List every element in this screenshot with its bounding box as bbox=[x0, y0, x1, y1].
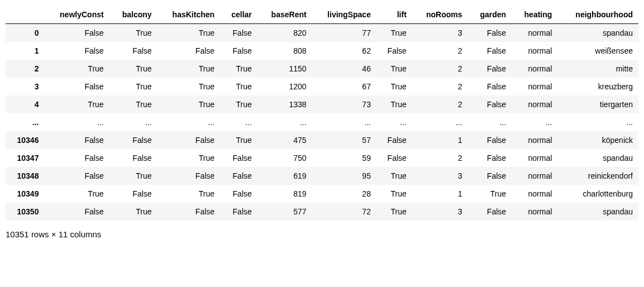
col-header: heating bbox=[512, 6, 557, 24]
table-cell: False bbox=[44, 203, 109, 221]
table-cell: False bbox=[468, 42, 512, 60]
table-cell: charlottenburg bbox=[557, 185, 638, 203]
table-cell: True bbox=[109, 203, 158, 221]
table-cell: 750 bbox=[257, 149, 312, 167]
table-cell: True bbox=[158, 24, 221, 42]
table-cell: False bbox=[109, 131, 158, 149]
table-cell: False bbox=[158, 131, 221, 149]
table-cell: False bbox=[109, 149, 158, 167]
table-cell: normal bbox=[512, 78, 557, 95]
table-cell: False bbox=[158, 42, 221, 60]
table-cell: 1 bbox=[412, 185, 468, 203]
table-cell: normal bbox=[512, 131, 557, 149]
table-cell: 73 bbox=[312, 95, 376, 113]
table-cell: normal bbox=[512, 185, 557, 203]
col-header: baseRent bbox=[257, 6, 312, 24]
table-cell: True bbox=[376, 60, 412, 78]
table-cell: 1200 bbox=[257, 78, 312, 95]
table-cell: True bbox=[109, 95, 158, 113]
table-cell: True bbox=[158, 185, 221, 203]
table-cell: 28 bbox=[312, 185, 376, 203]
table-row: 2TrueTrueTrueTrue115046True2Falsenormalm… bbox=[6, 60, 638, 78]
table-cell: normal bbox=[512, 42, 557, 60]
index-header bbox=[6, 6, 44, 24]
table-cell: False bbox=[44, 78, 109, 95]
table-cell: normal bbox=[512, 60, 557, 78]
table-cell: ... bbox=[158, 113, 221, 131]
table-cell: normal bbox=[512, 95, 557, 113]
table-cell: ... bbox=[468, 113, 512, 131]
table-cell: True bbox=[44, 185, 109, 203]
table-cell: 819 bbox=[257, 185, 312, 203]
table-cell: 59 bbox=[312, 149, 376, 167]
table-cell: False bbox=[220, 149, 257, 167]
table-cell: False bbox=[158, 203, 221, 221]
table-cell: tiergarten bbox=[557, 95, 638, 113]
table-cell: False bbox=[468, 131, 512, 149]
table-cell: ... bbox=[557, 113, 638, 131]
table-cell: 3 bbox=[412, 167, 468, 185]
row-index: 10346 bbox=[6, 131, 44, 149]
table-cell: True bbox=[109, 60, 158, 78]
col-header: balcony bbox=[109, 6, 158, 24]
table-cell: False bbox=[376, 42, 412, 60]
table-cell: 1 bbox=[412, 131, 468, 149]
table-row: 4TrueTrueTrueTrue133873True2Falsenormalt… bbox=[6, 95, 638, 113]
row-index: 10350 bbox=[6, 203, 44, 221]
table-cell: 619 bbox=[257, 167, 312, 185]
table-cell: 2 bbox=[412, 60, 468, 78]
table-cell: spandau bbox=[557, 149, 638, 167]
table-cell: weißensee bbox=[557, 42, 638, 60]
table-cell: False bbox=[158, 167, 221, 185]
table-cell: False bbox=[220, 185, 257, 203]
table-cell: True bbox=[376, 78, 412, 95]
table-cell: spandau bbox=[557, 24, 638, 42]
table-cell: True bbox=[220, 60, 257, 78]
table-cell: False bbox=[376, 131, 412, 149]
table-cell: True bbox=[376, 203, 412, 221]
table-cell: 77 bbox=[312, 24, 376, 42]
table-cell: True bbox=[376, 95, 412, 113]
table-cell: mitte bbox=[557, 60, 638, 78]
table-cell: normal bbox=[512, 167, 557, 185]
table-cell: False bbox=[468, 78, 512, 95]
col-header: lift bbox=[376, 6, 412, 24]
table-cell: ... bbox=[109, 113, 158, 131]
table-cell: 475 bbox=[257, 131, 312, 149]
table-cell: False bbox=[109, 185, 158, 203]
table-cell: 2 bbox=[412, 42, 468, 60]
table-cell: True bbox=[220, 78, 257, 95]
row-index: 4 bbox=[6, 95, 44, 113]
table-cell: 577 bbox=[257, 203, 312, 221]
table-cell: 1150 bbox=[257, 60, 312, 78]
table-cell: 2 bbox=[412, 95, 468, 113]
table-cell: False bbox=[468, 24, 512, 42]
table-cell: normal bbox=[512, 24, 557, 42]
row-index: 0 bbox=[6, 24, 44, 42]
table-cell: True bbox=[158, 78, 221, 95]
table-cell: spandau bbox=[557, 203, 638, 221]
table-cell: False bbox=[44, 167, 109, 185]
table-cell: False bbox=[468, 60, 512, 78]
table-cell: 46 bbox=[312, 60, 376, 78]
row-index: 10349 bbox=[6, 185, 44, 203]
table-row: 1FalseFalseFalseFalse80862False2Falsenor… bbox=[6, 42, 638, 60]
table-cell: 820 bbox=[257, 24, 312, 42]
row-index: 3 bbox=[6, 78, 44, 95]
table-cell: False bbox=[468, 167, 512, 185]
table-row: 10347FalseFalseTrueFalse75059False2False… bbox=[6, 149, 638, 167]
table-cell: False bbox=[468, 203, 512, 221]
table-cell: kreuzberg bbox=[557, 78, 638, 95]
table-cell: True bbox=[220, 95, 257, 113]
table-cell: True bbox=[109, 78, 158, 95]
table-cell: True bbox=[158, 95, 221, 113]
table-cell: False bbox=[44, 42, 109, 60]
table-cell: False bbox=[109, 42, 158, 60]
table-cell: True bbox=[376, 185, 412, 203]
table-cell: True bbox=[44, 60, 109, 78]
header-row: newlyConst balcony hasKitchen cellar bas… bbox=[6, 6, 638, 24]
table-row: 10346FalseFalseFalseTrue47557False1False… bbox=[6, 131, 638, 149]
table-cell: False bbox=[220, 203, 257, 221]
table-cell: 67 bbox=[312, 78, 376, 95]
table-cell: False bbox=[44, 149, 109, 167]
